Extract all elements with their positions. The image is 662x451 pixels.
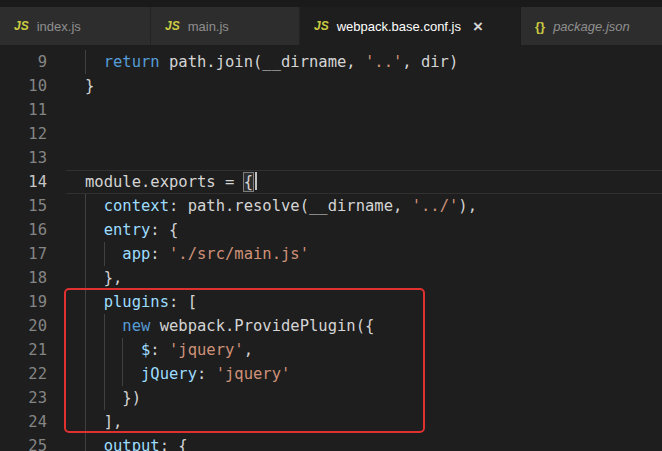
code-text: output: { (47, 434, 662, 451)
tab-index-js[interactable]: JS index.js (0, 7, 151, 45)
code-token: ], (104, 413, 123, 431)
code-line[interactable]: 17 app: './src/main.js' (0, 242, 662, 266)
tab-bar: JS index.js JS main.js JS webpack.base.c… (0, 7, 662, 45)
code-line[interactable]: 12 (0, 122, 662, 146)
code-token: : { (150, 221, 178, 239)
code-text: module.exports = { (47, 170, 662, 194)
code-token: : (150, 245, 169, 263)
code-text (47, 122, 662, 146)
tab-main-js[interactable]: JS main.js (151, 7, 300, 45)
code-line[interactable]: 20 new webpack.ProvidePlugin({ (0, 314, 662, 338)
code-token: return (104, 53, 169, 71)
line-number: 25 (0, 434, 47, 451)
code-line[interactable]: 13 (0, 146, 662, 170)
code-text: context: path.resolve(__dirname, '../'), (47, 194, 662, 218)
code-text: jQuery: 'jquery' (47, 362, 662, 386)
line-number: 21 (0, 338, 47, 362)
js-file-icon: JS (14, 19, 29, 33)
line-number: 17 (0, 242, 47, 266)
line-number: 19 (0, 290, 47, 314)
code-line[interactable]: 22 jQuery: 'jquery' (0, 362, 662, 386)
code-token: : (197, 365, 216, 383)
code-line[interactable]: 11 (0, 98, 662, 122)
code-line[interactable]: 18 }, (0, 266, 662, 290)
code-lines: 9 return path.join(__dirname, '..', dir)… (0, 50, 662, 451)
code-text: app: './src/main.js' (47, 242, 662, 266)
line-number: 13 (0, 146, 47, 170)
code-line[interactable]: 21 $: 'jquery', (0, 338, 662, 362)
code-line[interactable]: 14module.exports = { (0, 170, 662, 194)
code-token: jQuery (141, 365, 197, 383)
code-token: } (85, 77, 94, 95)
matched-bracket: { (244, 173, 253, 191)
line-number: 12 (0, 122, 47, 146)
code-token: , (244, 341, 253, 359)
code-token: 'jquery' (169, 341, 244, 359)
code-token: ), (458, 197, 477, 215)
tab-webpack-base-conf-js[interactable]: JS webpack.base.conf.js × (300, 7, 521, 45)
code-token: new (122, 317, 150, 335)
code-line[interactable]: 25 output: { (0, 434, 662, 451)
js-file-icon: JS (165, 19, 180, 33)
code-token: , dir) (402, 53, 458, 71)
code-token: : path.resolve(__dirname, (169, 197, 412, 215)
code-token: plugins (104, 293, 169, 311)
code-token: }) (122, 389, 141, 407)
line-number: 9 (0, 50, 47, 74)
code-token: 'jquery' (216, 365, 291, 383)
line-number: 23 (0, 386, 47, 410)
code-text: }, (47, 266, 662, 290)
code-text: $: 'jquery', (47, 338, 662, 362)
code-token: $ (141, 341, 150, 359)
titlebar-strip (0, 0, 662, 7)
code-text: plugins: [ (47, 290, 662, 314)
code-token: path.join(__dirname, (169, 53, 365, 71)
code-token: output (104, 437, 160, 451)
code-token: '../' (412, 197, 459, 215)
code-text (47, 98, 662, 122)
line-number: 10 (0, 74, 47, 98)
code-token: '..' (365, 53, 402, 71)
code-text: ], (47, 410, 662, 434)
code-token: module.exports = (85, 173, 244, 191)
line-number: 24 (0, 410, 47, 434)
tab-label: package.json (553, 19, 630, 34)
code-line[interactable]: 19 plugins: [ (0, 290, 662, 314)
code-token: : [ (169, 293, 197, 311)
line-number: 22 (0, 362, 47, 386)
code-text: return path.join(__dirname, '..', dir) (47, 50, 662, 74)
tab-label: webpack.base.conf.js (337, 19, 461, 34)
code-token: }, (104, 269, 123, 287)
code-token: : (150, 341, 169, 359)
line-number: 16 (0, 218, 47, 242)
line-number: 18 (0, 266, 47, 290)
code-line[interactable]: 24 ], (0, 410, 662, 434)
code-text (47, 146, 662, 170)
js-file-icon: JS (314, 19, 329, 33)
line-number: 11 (0, 98, 47, 122)
code-line[interactable]: 15 context: path.resolve(__dirname, '../… (0, 194, 662, 218)
code-token: './src/main.js' (169, 245, 309, 263)
code-text: }) (47, 386, 662, 410)
text-cursor (255, 172, 257, 190)
tab-package-json[interactable]: {} package.json (521, 7, 662, 45)
code-editor[interactable]: 9 return path.join(__dirname, '..', dir)… (0, 45, 662, 451)
tab-label: index.js (37, 19, 81, 34)
code-line[interactable]: 10} (0, 74, 662, 98)
code-line[interactable]: 9 return path.join(__dirname, '..', dir) (0, 50, 662, 74)
line-number: 15 (0, 194, 47, 218)
code-token: : { (160, 437, 188, 451)
code-text: } (47, 74, 662, 98)
code-token: entry (104, 221, 151, 239)
close-tab-icon[interactable]: × (473, 18, 483, 35)
code-token: webpack.ProvidePlugin({ (150, 317, 374, 335)
code-text: entry: { (47, 218, 662, 242)
json-file-icon: {} (535, 19, 545, 34)
code-line[interactable]: 23 }) (0, 386, 662, 410)
code-text: new webpack.ProvidePlugin({ (47, 314, 662, 338)
code-token: app (122, 245, 150, 263)
line-number: 14 (0, 170, 47, 194)
code-line[interactable]: 16 entry: { (0, 218, 662, 242)
line-number: 20 (0, 314, 47, 338)
code-token: context (104, 197, 169, 215)
